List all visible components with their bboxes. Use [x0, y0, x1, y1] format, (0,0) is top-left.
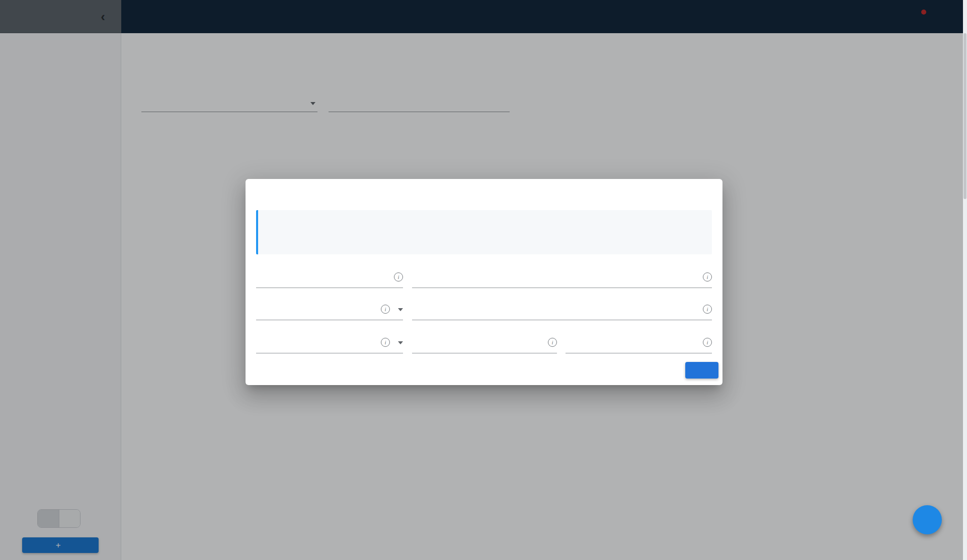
chat-fab-button[interactable]: [913, 505, 942, 534]
repository-name-field: i: [412, 292, 712, 320]
versioning-type-field[interactable]: i: [256, 325, 403, 353]
info-tooltip-icon[interactable]: i: [703, 272, 712, 282]
create-application-dialog: i i i i i i i: [246, 179, 722, 385]
check-circle-icon: [257, 305, 266, 314]
create-button[interactable]: [685, 362, 718, 379]
scrollbar-thumb[interactable]: [963, 33, 966, 199]
info-tooltip-icon[interactable]: i: [548, 338, 557, 347]
python-icon: [417, 227, 426, 236]
python-icon: [270, 227, 279, 236]
info-tooltip-icon[interactable]: i: [703, 305, 712, 314]
component-name-input[interactable]: [256, 271, 386, 281]
info-tooltip-icon[interactable]: i: [703, 338, 712, 347]
dialog-actions: [246, 356, 722, 385]
component-name-field: i: [256, 259, 403, 288]
page-scrollbar: [963, 0, 967, 560]
start-version-input[interactable]: [412, 337, 540, 346]
chevron-down-icon[interactable]: [398, 308, 403, 311]
info-tooltip-icon[interactable]: i: [394, 272, 403, 282]
start-version-field: i: [412, 325, 557, 353]
suffix-field: i: [566, 325, 712, 353]
description-field: i: [412, 259, 712, 288]
info-tooltip-icon[interactable]: i: [381, 305, 390, 314]
info-tooltip-icon[interactable]: i: [381, 338, 390, 347]
template-summary-panel: [256, 210, 712, 254]
description-input[interactable]: [412, 271, 695, 281]
git-server-field[interactable]: i: [256, 292, 403, 320]
fastapi-icon: [345, 227, 353, 236]
chevron-down-icon[interactable]: [398, 341, 403, 344]
suffix-input[interactable]: [566, 337, 695, 346]
